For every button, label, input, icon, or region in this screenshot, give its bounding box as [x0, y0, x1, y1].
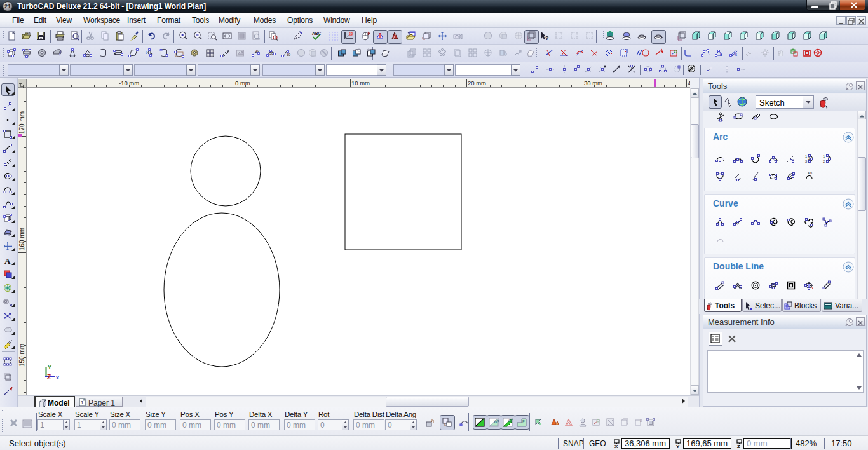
svg-text:5: 5	[720, 53, 722, 57]
svg-text:5: 5	[735, 53, 737, 57]
svg-text:2: 2	[823, 160, 825, 163]
svg-text:a:b: a:b	[808, 171, 812, 175]
svg-text:2: 2	[640, 419, 642, 423]
svg-text:A: A	[4, 256, 11, 266]
svg-text:x: x	[56, 374, 59, 381]
svg-text:1: 1	[823, 154, 825, 158]
svg-text:ABC: ABC	[312, 31, 321, 36]
svg-text:F: F	[522, 419, 525, 423]
svg-text:30: 30	[255, 49, 259, 53]
svg-text:X: X	[614, 444, 618, 449]
svg-text:WP: WP	[494, 419, 499, 423]
svg-text:30: 30	[287, 53, 290, 57]
svg-text:1: 1	[805, 154, 807, 158]
svg-text:{: {	[146, 50, 147, 54]
svg-text:?: ?	[545, 35, 549, 41]
svg-text:Z: Z	[47, 374, 51, 381]
svg-text:30: 30	[269, 51, 273, 55]
svg-text:Z: Z	[737, 444, 740, 449]
svg-text:1: 1	[81, 400, 84, 406]
svg-text:Y: Y	[676, 444, 680, 449]
svg-text:3: 3	[805, 160, 807, 163]
svg-text:CP: CP	[508, 419, 513, 423]
svg-text:Y: Y	[48, 364, 51, 371]
